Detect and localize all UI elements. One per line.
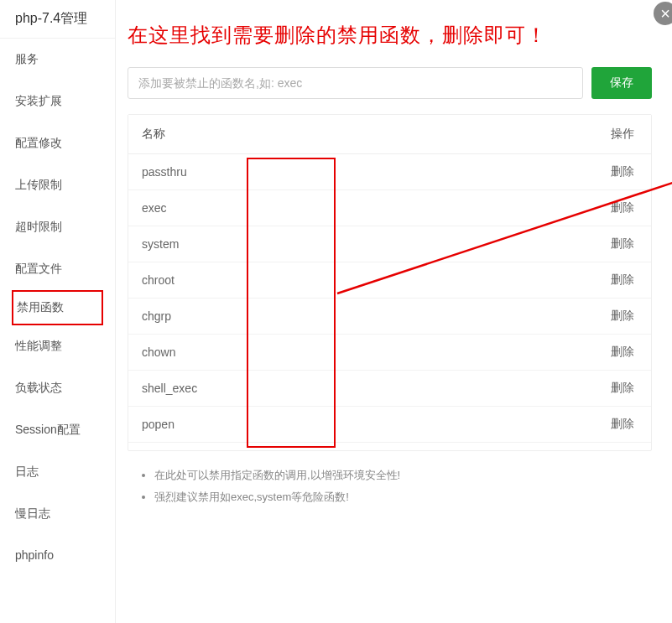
table-row: shell_exec删除 — [128, 371, 651, 407]
table-row: chown删除 — [128, 335, 651, 371]
sidebar-item-12[interactable]: phpinfo — [0, 535, 115, 575]
function-name-cell: exec — [128, 190, 445, 226]
main-panel: 在这里找到需要删除的禁用函数，删除即可！ 保存 名称 操作 passthru删除… — [116, 0, 672, 623]
function-name-cell: popen — [128, 407, 445, 443]
table-row: system删除 — [128, 226, 651, 262]
delete-link[interactable]: 删除 — [611, 417, 634, 430]
sidebar-item-9[interactable]: Session配置 — [0, 409, 115, 451]
modal-container: php-7.4管理 服务安装扩展配置修改上传限制超时限制配置文件禁用函数性能调整… — [0, 0, 672, 623]
delete-link[interactable]: 删除 — [611, 309, 634, 322]
notes-section: 在此处可以禁用指定函数的调用,以增强环境安全性!强烈建议禁用如exec,syst… — [128, 451, 655, 517]
disabled-functions-table: 名称 操作 passthru删除exec删除system删除chroot删除ch… — [128, 114, 652, 451]
sidebar-item-11[interactable]: 慢日志 — [0, 493, 115, 535]
annotation-text: 在这里找到需要删除的禁用函数，删除即可！ — [128, 0, 655, 67]
sidebar: php-7.4管理 服务安装扩展配置修改上传限制超时限制配置文件禁用函数性能调整… — [0, 0, 116, 623]
function-name-cell: passthru — [128, 154, 445, 190]
delete-link[interactable]: 删除 — [611, 345, 634, 358]
sidebar-item-6[interactable]: 禁用函数 — [12, 290, 103, 325]
sidebar-item-10[interactable]: 日志 — [0, 451, 115, 493]
table-row: chgrp删除 — [128, 299, 651, 335]
sidebar-item-3[interactable]: 上传限制 — [0, 164, 115, 206]
delete-link[interactable]: 删除 — [611, 273, 634, 286]
sidebar-item-4[interactable]: 超时限制 — [0, 206, 115, 248]
function-name-cell: chgrp — [128, 299, 445, 335]
function-name-cell: chroot — [128, 262, 445, 299]
table-row: popen删除 — [128, 407, 651, 443]
delete-link[interactable]: 删除 — [611, 164, 634, 178]
table-scroll[interactable]: 名称 操作 passthru删除exec删除system删除chroot删除ch… — [128, 115, 651, 450]
note-item: 强烈建议禁用如exec,system等危险函数! — [154, 486, 652, 508]
function-name-cell: chown — [128, 335, 445, 371]
sidebar-item-2[interactable]: 配置修改 — [0, 122, 115, 164]
sidebar-item-8[interactable]: 负载状态 — [0, 367, 115, 409]
table-row: passthru删除 — [128, 154, 651, 190]
function-name-input[interactable] — [128, 67, 583, 99]
input-row: 保存 — [128, 67, 655, 99]
function-name-cell: system — [128, 226, 445, 262]
delete-link[interactable]: 删除 — [611, 200, 634, 214]
note-item: 在此处可以禁用指定函数的调用,以增强环境安全性! — [154, 465, 652, 486]
function-name-cell: pcntl_exec — [128, 443, 445, 451]
table-row: exec删除 — [128, 190, 651, 226]
delete-link[interactable]: 删除 — [611, 381, 634, 394]
sidebar-item-7[interactable]: 性能调整 — [0, 325, 115, 367]
function-name-cell: shell_exec — [128, 371, 445, 407]
delete-link[interactable]: 删除 — [611, 236, 634, 250]
sidebar-item-1[interactable]: 安装扩展 — [0, 80, 115, 122]
save-button[interactable]: 保存 — [591, 67, 652, 99]
table-row: chroot删除 — [128, 262, 651, 299]
sidebar-item-0[interactable]: 服务 — [0, 39, 115, 80]
sidebar-item-5[interactable]: 配置文件 — [0, 248, 115, 290]
col-header-name: 名称 — [128, 115, 445, 154]
table-row: pcntl_exec删除 — [128, 443, 651, 451]
modal-title: php-7.4管理 — [0, 0, 115, 39]
col-header-action: 操作 — [445, 115, 651, 154]
